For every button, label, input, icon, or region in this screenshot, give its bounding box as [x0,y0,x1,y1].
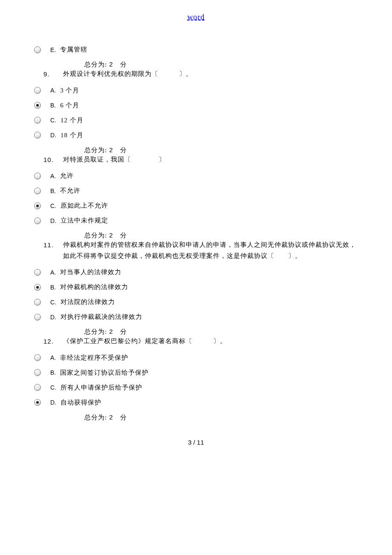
option-letter: B. [50,284,56,291]
score-unit: 分 [120,61,127,68]
option-text: 对执行仲裁裁决的法律效力 [61,313,142,321]
score-line: 总分为: 2 分 [84,413,358,422]
radio-button[interactable] [34,369,41,376]
option-letter: E. [50,46,56,53]
option-letter: D. [50,132,56,139]
radio-button[interactable] [34,117,41,124]
score-line: 总分为: 2 分 [84,328,358,336]
option-letter: A. [50,87,56,94]
option-row: D.18 个月 [34,131,358,139]
question-text: 对特派员取证，我国〔 〕 [63,154,358,165]
option-text: 对仲裁机构的法律效力 [60,283,128,291]
radio-button[interactable] [34,188,41,194]
score-value: 2 [107,231,120,239]
content: E.专属管辖总分为: 2 分9.外观设计专利优先权的期限为〔 〕。A.3 个月B… [34,46,358,422]
score-value: 2 [107,328,120,335]
option-text: 立法中未作规定 [61,217,108,225]
page: word E.专属管辖总分为: 2 分9.外观设计专利优先权的期限为〔 〕。A.… [0,0,392,463]
option-text: 所有人申请保护后给予保护 [61,384,142,392]
option-letter: C. [50,202,56,209]
radio-button[interactable] [34,354,41,361]
radio-button[interactable] [34,217,41,224]
score-value: 2 [107,413,120,421]
option-row: D.立法中未作规定 [34,217,358,225]
header-link[interactable]: word [187,13,205,21]
radio-button[interactable] [34,399,41,406]
score-value: 2 [107,146,120,153]
question-number: 9. [43,69,63,80]
score-unit: 分 [120,232,127,239]
question-text: 《保护工业产权巴黎公约》规定著名商标〔 〕。 [63,336,358,347]
score-label: 总分为: [84,147,107,153]
question-number: 10. [43,154,63,165]
radio-button[interactable] [34,46,41,53]
option-row: C.原如此上不允许 [34,202,358,210]
question-line: 10.对特派员取证，我国〔 〕 [43,154,358,165]
score-label: 总分为: [84,328,107,335]
option-row: B.6 个月 [34,101,358,110]
option-text: 原如此上不允许 [61,202,108,210]
option-text: 对当事人的法律效力 [60,268,121,276]
question-line: 9.外观设计专利优先权的期限为〔 〕。 [43,69,358,80]
radio-button[interactable] [34,299,41,306]
option-letter: D. [50,314,56,321]
option-row: B.国家之间签订协议后给予保护 [34,369,358,377]
radio-button[interactable] [34,384,41,391]
question-number: 11. [43,240,63,261]
question-text: 外观设计专利优先权的期限为〔 〕。 [63,69,358,80]
option-row: C.所有人申请保护后给予保护 [34,384,358,392]
option-letter: B. [50,102,56,109]
option-letter: D. [50,399,56,406]
option-text: 自动获得保护 [61,399,101,407]
option-row: A.允许 [34,172,358,180]
option-row: A.3 个月 [34,87,358,95]
option-text: 6 个月 [60,101,79,110]
score-unit: 分 [120,414,127,421]
option-row: E.专属管辖 [34,46,358,54]
radio-button[interactable] [34,269,41,276]
option-row: D.对执行仲裁裁决的法律效力 [34,313,358,321]
radio-button[interactable] [34,102,41,109]
option-text: 国家之间签订协议后给予保护 [60,369,149,377]
radio-button[interactable] [34,314,41,321]
option-row: D.自动获得保护 [34,399,358,407]
radio-button[interactable] [34,173,41,179]
question-number: 12. [43,336,63,347]
option-letter: A. [50,173,56,179]
radio-button[interactable] [34,87,41,94]
question-text: 仲裁机构对案件的管辖权来自仲裁协议和申请人的申请，当事人之间无仲裁协议或仲裁协议… [63,240,358,261]
option-text: 12 个月 [61,116,84,124]
score-label: 总分为: [84,414,107,421]
score-value: 2 [107,61,120,68]
option-text: 非经法定程序不受保护 [60,354,128,362]
option-letter: B. [50,369,56,376]
option-text: 允许 [60,172,74,180]
radio-button[interactable] [34,284,41,291]
page-footer: 3 / 11 [34,439,358,446]
option-row: C.对法院的法律效力 [34,298,358,306]
option-text: 专属管辖 [60,46,87,54]
option-letter: C. [50,117,56,124]
question-line: 12.《保护工业产权巴黎公约》规定著名商标〔 〕。 [43,336,358,347]
score-label: 总分为: [84,61,107,68]
option-text: 18 个月 [61,131,84,139]
option-row: C.12 个月 [34,116,358,124]
option-letter: A. [50,269,56,276]
score-line: 总分为: 2 分 [84,146,358,154]
option-text: 不允许 [60,187,81,195]
score-unit: 分 [120,328,127,335]
option-letter: C. [50,384,56,391]
option-row: A.对当事人的法律效力 [34,268,358,276]
option-text: 对法院的法律效力 [61,298,115,306]
score-line: 总分为: 2 分 [84,231,358,240]
option-row: B.对仲裁机构的法律效力 [34,283,358,291]
radio-button[interactable] [34,132,41,139]
option-letter: D. [50,217,56,224]
option-letter: A. [50,354,56,361]
radio-button[interactable] [34,202,41,209]
option-row: A.非经法定程序不受保护 [34,354,358,362]
question-line: 11.仲裁机构对案件的管辖权来自仲裁协议和申请人的申请，当事人之间无仲裁协议或仲… [43,240,358,261]
score-unit: 分 [120,147,127,153]
option-row: B.不允许 [34,187,358,195]
option-letter: B. [50,188,56,194]
